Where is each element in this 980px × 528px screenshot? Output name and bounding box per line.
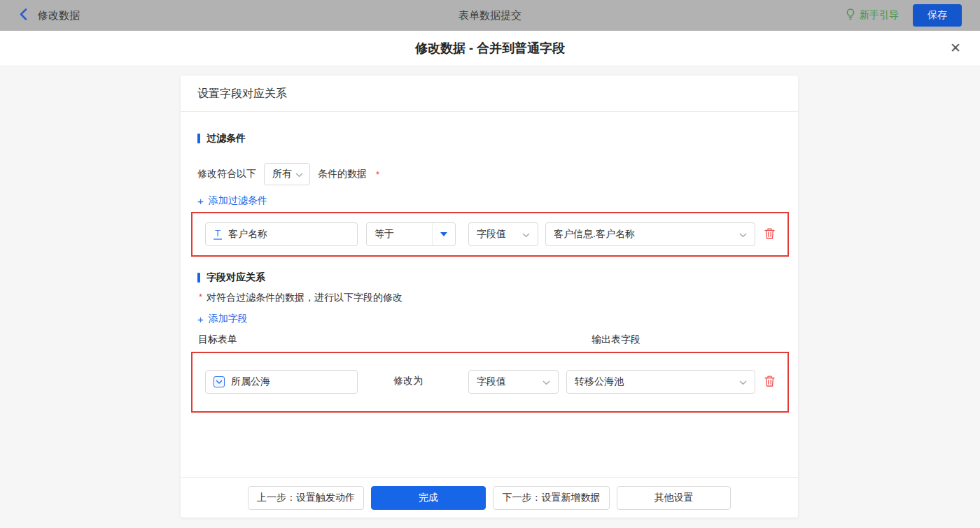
plus-icon: + bbox=[197, 314, 204, 324]
condition-prefix: 修改符合以下 bbox=[197, 168, 256, 180]
mapping-value-type: 字段值 bbox=[477, 376, 506, 388]
page-title: 表单数据提交 bbox=[0, 9, 980, 22]
lightbulb-icon bbox=[846, 8, 855, 23]
delete-mapping-button[interactable] bbox=[764, 375, 776, 390]
mapping-section-title: 字段对应关系 bbox=[197, 271, 265, 284]
highlight-box-filter: T 客户名称 等于 字段值 客户信息.客户名称 bbox=[191, 212, 789, 257]
plus-icon: + bbox=[197, 196, 204, 206]
beginner-guide-button[interactable]: 新手引导 bbox=[846, 8, 899, 23]
add-filter-condition-link[interactable]: + 添加过滤条件 bbox=[197, 194, 267, 207]
chevron-down-icon bbox=[739, 376, 747, 387]
back-button[interactable] bbox=[19, 8, 27, 24]
add-filter-condition-label: 添加过滤条件 bbox=[209, 194, 267, 207]
card-header-title: 设置字段对应关系 bbox=[181, 76, 798, 112]
operator-select[interactable]: 等于 bbox=[366, 222, 456, 246]
save-button[interactable]: 保存 bbox=[913, 4, 962, 27]
add-field-link[interactable]: + 添加字段 bbox=[197, 313, 248, 325]
filter-field-label: 客户名称 bbox=[228, 228, 267, 241]
mapping-field-label: 所属公海 bbox=[231, 376, 270, 388]
add-field-label: 添加字段 bbox=[209, 313, 248, 325]
required-asterisk: * bbox=[199, 292, 202, 302]
dropdown-triangle-icon[interactable] bbox=[432, 223, 455, 245]
highlight-box-mapping: 所属公海 修改为 字段值 转移公海池 bbox=[191, 352, 789, 413]
required-asterisk: * bbox=[376, 169, 379, 180]
mapping-field-chip[interactable]: 所属公海 bbox=[205, 370, 358, 394]
modify-to-label: 修改为 bbox=[393, 375, 423, 387]
delete-filter-button[interactable] bbox=[764, 227, 776, 243]
other-settings-button[interactable]: 其他设置 bbox=[617, 486, 731, 510]
chevron-down-icon bbox=[542, 376, 550, 387]
condition-match-select[interactable]: 所有 bbox=[264, 163, 310, 185]
mapping-value-select[interactable]: 转移公海池 bbox=[566, 370, 755, 394]
topbar: 修改数据 表单数据提交 新手引导 保存 bbox=[0, 0, 980, 31]
section-accent-bar bbox=[197, 134, 200, 143]
settings-card: 设置字段对应关系 过滤条件 修改符合以下 所有 条件的数据 * + 添加过滤条件… bbox=[181, 76, 798, 518]
done-button[interactable]: 完成 bbox=[371, 486, 486, 510]
modal-title: 修改数据 - 合并到普通字段 bbox=[0, 31, 980, 66]
filter-field-chip[interactable]: T 客户名称 bbox=[205, 222, 358, 246]
column-header-output-field: 输出表字段 bbox=[592, 334, 640, 346]
section-accent-bar bbox=[197, 273, 200, 283]
operator-value: 等于 bbox=[367, 228, 394, 241]
condition-row: 修改符合以下 所有 条件的数据 * bbox=[197, 163, 379, 185]
mapping-value: 转移公海池 bbox=[575, 376, 624, 388]
close-icon[interactable]: ✕ bbox=[947, 31, 964, 66]
column-header-target-form: 目标表单 bbox=[198, 334, 237, 346]
mapping-note: * 对符合过滤条件的数据，进行以下字段的修改 bbox=[197, 292, 402, 304]
filter-section-title: 过滤条件 bbox=[197, 132, 246, 145]
next-step-button[interactable]: 下一步：设置新增数据 bbox=[493, 486, 610, 510]
filter-value-select[interactable]: 客户信息.客户名称 bbox=[545, 222, 755, 246]
trash-icon bbox=[764, 227, 776, 243]
select-field-icon bbox=[214, 376, 225, 387]
filter-value: 客户信息.客户名称 bbox=[554, 228, 635, 241]
beginner-guide-label: 新手引导 bbox=[860, 9, 899, 22]
condition-match-value: 所有 bbox=[272, 168, 292, 180]
mapping-value-type-select[interactable]: 字段值 bbox=[468, 370, 559, 394]
prev-step-button[interactable]: 上一步：设置触发动作 bbox=[248, 486, 364, 510]
condition-suffix: 条件的数据 bbox=[318, 168, 367, 180]
modal-header: 修改数据 - 合并到普通字段 ✕ bbox=[0, 31, 980, 66]
text-field-icon: T bbox=[214, 229, 222, 240]
chevron-down-icon bbox=[739, 229, 747, 240]
trash-icon bbox=[764, 375, 776, 390]
card-footer: 上一步：设置触发动作 完成 下一步：设置新增数据 其他设置 bbox=[181, 477, 798, 518]
back-label[interactable]: 修改数据 bbox=[38, 9, 80, 22]
value-type-value: 字段值 bbox=[477, 228, 506, 241]
chevron-down-icon bbox=[295, 169, 303, 180]
value-type-select[interactable]: 字段值 bbox=[468, 222, 538, 246]
back-chevron-icon bbox=[19, 8, 27, 24]
chevron-down-icon bbox=[522, 229, 530, 240]
mapping-note-text: 对符合过滤条件的数据，进行以下字段的修改 bbox=[206, 292, 402, 304]
